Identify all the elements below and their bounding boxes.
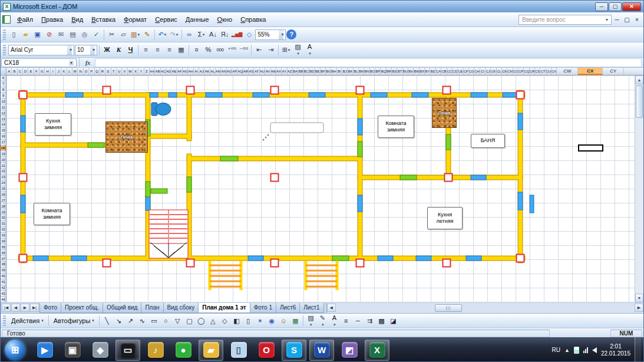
toolbar-grip[interactable]: [3, 29, 6, 40]
bold-button[interactable]: Ж: [101, 44, 113, 55]
sort-ascending-button[interactable]: А↓: [207, 29, 219, 40]
format-painter-button[interactable]: ✎: [141, 29, 153, 40]
scroll-up-button[interactable]: ▲: [635, 75, 643, 84]
column-header-CD[interactable]: CD: [453, 68, 458, 75]
scroll-right-button[interactable]: ▶: [635, 304, 643, 312]
hyperlink-button[interactable]: ∞: [184, 29, 195, 40]
save-button[interactable]: ▣: [32, 29, 43, 40]
column-header-S[interactable]: S: [105, 68, 111, 75]
column-header-CT[interactable]: CT: [540, 68, 546, 75]
menu-item-5[interactable]: Сервис: [151, 14, 181, 25]
font-size-combo[interactable]: 10 ▾: [75, 45, 97, 55]
picture-button[interactable]: ▦: [290, 315, 301, 327]
row-header-39[interactable]: 39: [1, 268, 6, 274]
volume-icon[interactable]: [592, 347, 597, 353]
column-header-AG[interactable]: AG: [183, 68, 188, 75]
column-header-CE[interactable]: CE: [458, 68, 463, 75]
arrow-button[interactable]: ↘: [113, 315, 124, 327]
active-cell-selection[interactable]: [578, 144, 603, 152]
row-header-38[interactable]: 38: [1, 262, 6, 268]
column-header-H[interactable]: H: [45, 68, 50, 75]
clock[interactable]: 2:01 22.01.2015: [601, 343, 630, 357]
column-header-BV[interactable]: BV: [408, 68, 414, 75]
vertical-scroll-thumb[interactable]: [636, 85, 643, 118]
room-label-banya[interactable]: БАНЯ: [471, 134, 505, 148]
rectangle-button[interactable]: ▭: [148, 315, 160, 327]
restore-button[interactable]: ▢: [609, 2, 622, 11]
new-button[interactable]: ▯: [8, 29, 19, 40]
name-box[interactable]: CX18 ▾: [1, 58, 77, 67]
show-desktop-button[interactable]: [635, 337, 641, 362]
column-header-BI[interactable]: BI: [337, 68, 342, 75]
stove-winter[interactable]: Печка: [105, 121, 148, 153]
menu-item-7[interactable]: Окно: [213, 14, 237, 25]
column-header-BS[interactable]: BS: [392, 68, 397, 75]
column-header-BE[interactable]: BE: [315, 68, 320, 75]
column-header-X[interactable]: X: [133, 68, 138, 75]
row-header-27[interactable]: 27: [1, 198, 6, 203]
undo-button[interactable]: ↶▾: [157, 29, 168, 40]
column-header-CW[interactable]: CW: [557, 68, 578, 75]
sheet-tab-3[interactable]: План: [141, 303, 163, 313]
taskbar-excel[interactable]: X: [365, 340, 389, 361]
sheet-tab-7[interactable]: Лист6: [276, 303, 300, 313]
column-header-AI[interactable]: AI: [194, 68, 199, 75]
row-header-9[interactable]: 9: [1, 93, 6, 99]
column-header-BO[interactable]: BO: [370, 68, 375, 75]
column-header-AD[interactable]: AD: [166, 68, 171, 75]
row-header-6[interactable]: 6: [1, 75, 6, 81]
comma-style-button[interactable]: 000: [214, 44, 226, 55]
column-header-V[interactable]: V: [122, 68, 127, 75]
font-color-button[interactable]: А▾: [329, 315, 340, 327]
column-header-BQ[interactable]: BQ: [381, 68, 386, 75]
column-header-AV[interactable]: AV: [265, 68, 270, 75]
sheet-tab-8[interactable]: Лист1: [299, 303, 323, 313]
italic-button[interactable]: К: [113, 44, 124, 55]
column-header-CU[interactable]: CU: [546, 68, 551, 75]
column-header-AK[interactable]: AK: [204, 68, 210, 75]
open-button[interactable]: ▰: [20, 29, 31, 40]
menu-item-0[interactable]: Файл: [13, 14, 37, 25]
copy-button[interactable]: ▱: [118, 29, 129, 40]
column-header-J[interactable]: J: [56, 68, 61, 75]
decrease-indent-button[interactable]: ⇤: [253, 44, 265, 55]
arrow-style-button[interactable]: ⇉: [364, 315, 375, 327]
column-header-BB[interactable]: BB: [298, 68, 303, 75]
column-header-AU[interactable]: AU: [260, 68, 265, 75]
row-header-36[interactable]: 36: [1, 250, 6, 256]
menu-item-1[interactable]: Правка: [37, 14, 67, 25]
column-header-AR[interactable]: AR: [243, 68, 249, 75]
doc-close-button[interactable]: ×: [632, 15, 642, 24]
column-header-BD[interactable]: BD: [309, 68, 315, 75]
taskbar-word[interactable]: W: [309, 340, 334, 361]
column-header-D[interactable]: D: [23, 68, 28, 75]
stove-banya[interactable]: Печка: [432, 98, 457, 128]
sheet-tab-6[interactable]: Фото 1: [250, 303, 276, 313]
column-header-CL[interactable]: CL: [497, 68, 502, 75]
decrease-decimal-button[interactable]: ⁻⁰⁰: [238, 44, 249, 55]
column-header-AL[interactable]: AL: [210, 68, 216, 75]
column-header-BR[interactable]: BR: [387, 68, 392, 75]
taskbar-skype[interactable]: S: [282, 340, 306, 361]
column-header-I[interactable]: I: [51, 68, 56, 75]
row-header-13[interactable]: 13: [1, 116, 6, 122]
column-header-BG[interactable]: BG: [326, 68, 331, 75]
row-header-34[interactable]: 34: [1, 239, 6, 245]
line-color-button[interactable]: ✎▾: [317, 315, 328, 327]
staircase[interactable]: [149, 210, 188, 258]
column-header-E[interactable]: E: [28, 68, 34, 75]
floor-plan-drawing[interactable]: [6, 75, 636, 302]
menu-item-8[interactable]: Справка: [236, 14, 270, 25]
row-header-33[interactable]: 33: [1, 233, 6, 239]
formula-input[interactable]: [95, 58, 642, 67]
column-header-BC[interactable]: BC: [304, 68, 309, 75]
taskbar-audio-key[interactable]: ♪: [143, 340, 168, 361]
column-header-CJ[interactable]: CJ: [486, 68, 491, 75]
menu-item-2[interactable]: Вид: [67, 14, 87, 25]
dash-style-button[interactable]: ╌: [352, 315, 364, 327]
column-header-AM[interactable]: AM: [216, 68, 221, 75]
column-header-BP[interactable]: BP: [375, 68, 381, 75]
line-style-button[interactable]: ≡: [341, 315, 352, 327]
line-button[interactable]: ╲: [101, 315, 113, 327]
column-header-AW[interactable]: AW: [271, 68, 276, 75]
